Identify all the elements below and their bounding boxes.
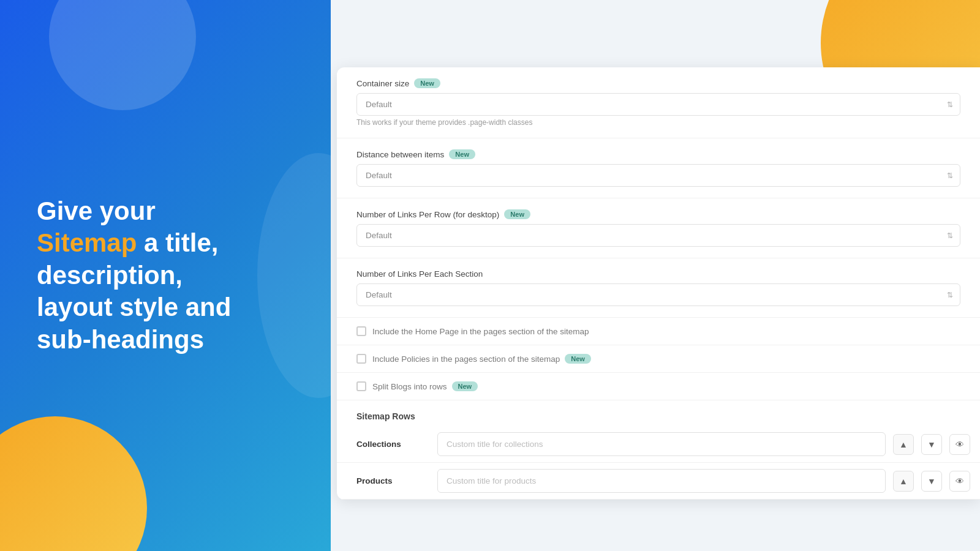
container-size-hint: This works if your theme provides .page-… bbox=[356, 118, 960, 127]
checkbox-home-label: Include the Home Page in the pages secti… bbox=[372, 327, 589, 336]
checkbox-blogs-label: Split Blogs into rows New bbox=[372, 381, 478, 391]
distance-items-badge: New bbox=[449, 149, 475, 159]
left-panel: Give your Sitemap a title,description,la… bbox=[0, 0, 331, 551]
products-input[interactable] bbox=[437, 469, 886, 493]
distance-items-select-wrapper: Default ⇅ bbox=[356, 164, 960, 187]
headline-part1: Give your bbox=[37, 197, 156, 225]
links-per-row-label: Number of Links Per Row (for desktop) Ne… bbox=[356, 209, 960, 219]
distance-items-select[interactable]: Default bbox=[356, 164, 960, 187]
links-per-row-badge: New bbox=[504, 209, 530, 219]
products-visibility-button[interactable]: 👁 bbox=[949, 471, 970, 492]
links-per-section-select-wrapper: Default ⇅ bbox=[356, 283, 960, 306]
distance-items-field: Distance between items New Default ⇅ bbox=[337, 138, 980, 198]
collections-down-button[interactable]: ▼ bbox=[921, 434, 942, 455]
settings-card: Container size New Default ⇅ This works … bbox=[337, 67, 980, 500]
decorative-circle-mid-right bbox=[257, 153, 331, 398]
checkbox-policies-row: Include Policies in the pages section of… bbox=[337, 345, 980, 373]
links-per-section-select[interactable]: Default bbox=[356, 283, 960, 306]
headline-highlight: Sitemap bbox=[37, 228, 137, 257]
checkbox-blogs-badge: New bbox=[452, 381, 478, 391]
checkbox-home-row: Include the Home Page in the pages secti… bbox=[337, 318, 980, 345]
links-per-row-select-wrapper: Default ⇅ bbox=[356, 224, 960, 247]
sitemap-row-collections: Collections ▲ ▼ 👁 bbox=[337, 426, 980, 463]
products-label: Products bbox=[356, 476, 430, 485]
links-per-section-field: Number of Links Per Each Section Default… bbox=[337, 258, 980, 318]
products-up-button[interactable]: ▲ bbox=[893, 471, 914, 492]
products-down-button[interactable]: ▼ bbox=[921, 471, 942, 492]
collections-input[interactable] bbox=[437, 432, 886, 456]
decorative-circle-bottom-left bbox=[0, 416, 147, 551]
sitemap-row-products: Products ▲ ▼ 👁 bbox=[337, 463, 980, 500]
right-panel: Container size New Default ⇅ This works … bbox=[331, 0, 980, 551]
checkbox-blogs-row: Split Blogs into rows New bbox=[337, 373, 980, 400]
distance-items-label: Distance between items New bbox=[356, 149, 960, 159]
decorative-circle-top-left bbox=[49, 0, 196, 110]
container-size-badge: New bbox=[414, 78, 440, 88]
links-per-row-field: Number of Links Per Row (for desktop) Ne… bbox=[337, 198, 980, 258]
sitemap-rows-title: Sitemap Rows bbox=[337, 400, 980, 426]
checkbox-home[interactable] bbox=[356, 326, 366, 336]
container-size-label: Container size New bbox=[356, 78, 960, 88]
container-size-select[interactable]: Default bbox=[356, 93, 960, 116]
links-per-section-label: Number of Links Per Each Section bbox=[356, 269, 960, 279]
checkbox-blogs[interactable] bbox=[356, 381, 366, 391]
collections-visibility-button[interactable]: 👁 bbox=[949, 434, 970, 455]
links-per-row-select[interactable]: Default bbox=[356, 224, 960, 247]
collections-label: Collections bbox=[356, 440, 430, 449]
checkbox-policies[interactable] bbox=[356, 354, 366, 364]
container-size-select-wrapper: Default ⇅ bbox=[356, 93, 960, 116]
container-size-field: Container size New Default ⇅ This works … bbox=[337, 67, 980, 138]
collections-up-button[interactable]: ▲ bbox=[893, 434, 914, 455]
left-text: Give your Sitemap a title,description,la… bbox=[37, 195, 231, 356]
checkbox-policies-badge: New bbox=[565, 354, 591, 364]
checkbox-policies-label: Include Policies in the pages section of… bbox=[372, 354, 591, 364]
